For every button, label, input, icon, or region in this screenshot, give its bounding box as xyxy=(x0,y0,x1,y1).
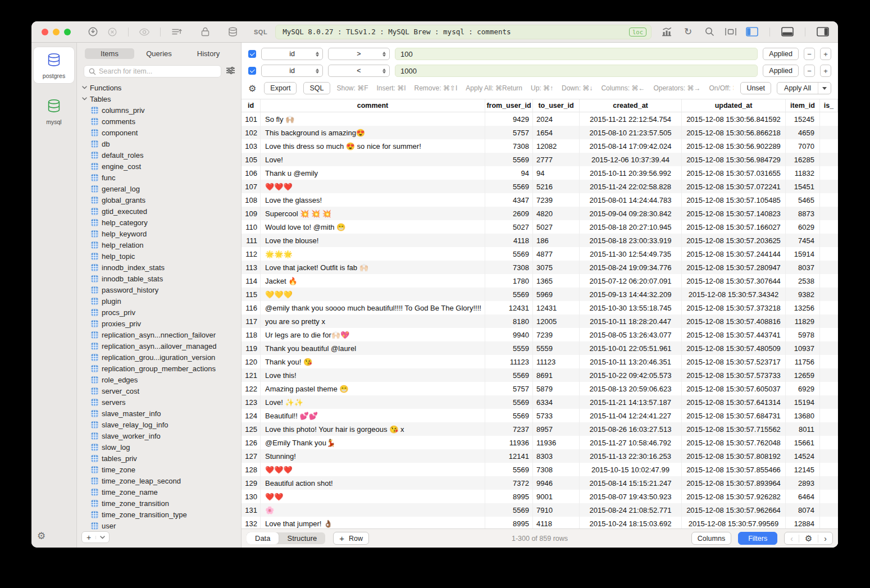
previous-page-icon[interactable]: ‹ xyxy=(785,534,799,543)
search-icon[interactable] xyxy=(702,26,717,38)
cell-updated_at[interactable]: 2015-12-08 15:30:57.926282 xyxy=(682,490,786,503)
filter-enabled-checkbox[interactable] xyxy=(248,67,256,75)
cell-created_at[interactable]: 2015-08-18 23:00:33.919 xyxy=(580,234,682,247)
cell-from_user_id[interactable]: 1780 xyxy=(485,274,533,288)
table-row[interactable]: 110Would love to! @mith 😁502750272015-08… xyxy=(242,220,838,234)
cell-updated_at[interactable]: 2015-12-08 15:30:57.203625 xyxy=(682,234,786,247)
next-page-icon[interactable]: › xyxy=(818,534,832,543)
cell-created_at[interactable]: 2015-11-30 12:54:49.735 xyxy=(580,247,682,261)
sidebar-table-component[interactable]: component xyxy=(77,127,241,138)
tab-items[interactable]: Items xyxy=(85,48,134,59)
export-button[interactable]: Export xyxy=(264,82,297,94)
cell-created_at[interactable]: 2015-11-13 22:30:16.253 xyxy=(580,449,682,463)
cell-is_[interactable] xyxy=(820,288,838,301)
add-row-button[interactable]: + Row xyxy=(333,532,369,545)
cell-from_user_id[interactable]: 9429 xyxy=(485,112,533,126)
table-row[interactable]: 105Love!556927772015-12-06 10:37:39.4420… xyxy=(242,153,838,166)
cell-is_[interactable] xyxy=(820,436,838,449)
sidebar-table-general_log[interactable]: general_log xyxy=(77,183,241,194)
cell-item_id[interactable]: 8037 xyxy=(786,261,820,274)
filters-button[interactable]: Filters xyxy=(738,532,777,545)
cell-to_user_id[interactable]: 6334 xyxy=(533,395,580,409)
filter-settings-gear-icon[interactable]: ⚙ xyxy=(248,83,256,94)
cell-is_[interactable] xyxy=(820,126,838,139)
cell-created_at[interactable]: 2015-10-22 09:42:05.573 xyxy=(580,368,682,382)
fit-columns-icon[interactable] xyxy=(723,26,738,38)
table-row[interactable]: 114Jacket 🔥178013652015-07-12 06:20:07.0… xyxy=(242,274,838,288)
cell-comment[interactable]: Love! xyxy=(261,153,485,166)
cell-is_[interactable] xyxy=(820,301,838,314)
cell-comment[interactable]: Love this photo! Your hair is gorgeous 😘… xyxy=(261,422,485,436)
cell-is_[interactable] xyxy=(820,112,838,126)
cell-to_user_id[interactable]: 7308 xyxy=(533,463,580,476)
remove-filter-button[interactable]: − xyxy=(804,48,815,60)
cell-created_at[interactable]: 2015-09-04 09:28:30.842 xyxy=(580,207,682,220)
disconnect-icon[interactable] xyxy=(105,26,120,38)
cell-id[interactable]: 103 xyxy=(242,139,261,153)
cell-from_user_id[interactable]: 5569 xyxy=(485,395,533,409)
cell-from_user_id[interactable]: 7372 xyxy=(485,476,533,490)
cell-from_user_id[interactable]: 5569 xyxy=(485,409,533,422)
cell-is_[interactable] xyxy=(820,341,838,355)
toggle-bottom-panel-icon[interactable] xyxy=(780,26,795,38)
sidebar-table-replication_grou---iguration_version[interactable]: replication_grou...iguration_version xyxy=(77,352,241,363)
cell-to_user_id[interactable]: 5879 xyxy=(533,382,580,395)
tree-group-functions[interactable]: Functions xyxy=(77,82,241,93)
toggle-right-panel-icon[interactable] xyxy=(816,26,830,38)
cell-comment[interactable]: Stunning! xyxy=(261,449,485,463)
cell-updated_at[interactable]: 2015-12-08 15:30:57.641314 xyxy=(682,395,786,409)
filter-enabled-checkbox[interactable] xyxy=(248,50,256,58)
cell-id[interactable]: 130 xyxy=(242,490,261,503)
sidebar-table-slow_log[interactable]: slow_log xyxy=(77,441,241,453)
table-row[interactable]: 127Stunning!1214183032015-11-13 22:30:16… xyxy=(242,449,838,463)
cell-comment[interactable]: you are so pretty x xyxy=(261,314,485,328)
cell-from_user_id[interactable]: 5569 xyxy=(485,463,533,476)
filter-value-input[interactable] xyxy=(395,65,758,77)
sidebar-table-global_grants[interactable]: global_grants xyxy=(77,194,241,206)
cell-is_[interactable] xyxy=(820,409,838,422)
cell-to_user_id[interactable]: 5733 xyxy=(533,409,580,422)
cell-id[interactable]: 116 xyxy=(242,301,261,314)
cell-to_user_id[interactable]: 12082 xyxy=(533,139,580,153)
cell-comment[interactable]: Love that jumper! 👌🏾 xyxy=(261,517,485,528)
cell-from_user_id[interactable]: 5569 xyxy=(485,288,533,301)
sidebar-table-db[interactable]: db xyxy=(77,138,241,149)
column-header-comment[interactable]: comment xyxy=(261,99,485,112)
cell-from_user_id[interactable]: 5027 xyxy=(485,220,533,234)
cell-id[interactable]: 129 xyxy=(242,476,261,490)
sidebar-table-password_history[interactable]: password_history xyxy=(77,284,241,295)
cell-from_user_id[interactable]: 8995 xyxy=(485,490,533,503)
cell-updated_at[interactable]: 2015-12-08 15:30:57.031655 xyxy=(682,166,786,180)
filter-value-input[interactable] xyxy=(395,48,758,60)
cell-item_id[interactable]: 15245 xyxy=(786,112,820,126)
cell-from_user_id[interactable]: 5569 xyxy=(485,247,533,261)
sidebar-table-time_zone_name[interactable]: time_zone_name xyxy=(77,486,241,498)
cell-created_at[interactable]: 2015-11-21 22:12:54.754 xyxy=(580,112,682,126)
cell-updated_at[interactable]: 2015-12-08 15:30:57.166027 xyxy=(682,220,786,234)
table-row[interactable]: 116@emily thank you soooo much beautiful… xyxy=(242,301,838,314)
cell-comment[interactable]: Beautiful action shot! xyxy=(261,476,485,490)
cell-updated_at[interactable]: 2015-12-08 15:30:57.605037 xyxy=(682,382,786,395)
cell-item_id[interactable]: 15194 xyxy=(786,395,820,409)
column-header-from_user_id[interactable]: from_user_id xyxy=(485,99,533,112)
cell-id[interactable]: 112 xyxy=(242,247,261,261)
remove-filter-button[interactable]: − xyxy=(804,65,815,77)
cell-is_[interactable] xyxy=(820,490,838,503)
connect-icon[interactable] xyxy=(85,26,100,38)
table-row[interactable]: 102This background is amazing😍5757165420… xyxy=(242,126,838,139)
cell-id[interactable]: 124 xyxy=(242,409,261,422)
cell-from_user_id[interactable]: 5559 xyxy=(485,341,533,355)
sidebar-table-replication_group_member_actions[interactable]: replication_group_member_actions xyxy=(77,363,241,374)
cell-comment[interactable]: So fly 🙌🏼 xyxy=(261,112,485,126)
cell-created_at[interactable]: 2015-10-11 20:39:56.992 xyxy=(580,166,682,180)
cell-from_user_id[interactable]: 94 xyxy=(485,166,533,180)
cell-from_user_id[interactable]: 5569 xyxy=(485,503,533,517)
cell-item_id[interactable]: 6029 xyxy=(786,220,820,234)
item-search-box[interactable] xyxy=(84,65,221,78)
table-row[interactable]: 106Thank u @emily94942015-10-11 20:39:56… xyxy=(242,166,838,180)
cell-item_id[interactable]: 8011 xyxy=(786,422,820,436)
cell-is_[interactable] xyxy=(820,207,838,220)
table-row[interactable]: 124Beautiful!! 💕💕556957332015-11-04 12:2… xyxy=(242,409,838,422)
cell-comment[interactable]: ❤️❤️❤️ xyxy=(261,180,485,193)
cell-id[interactable]: 128 xyxy=(242,463,261,476)
